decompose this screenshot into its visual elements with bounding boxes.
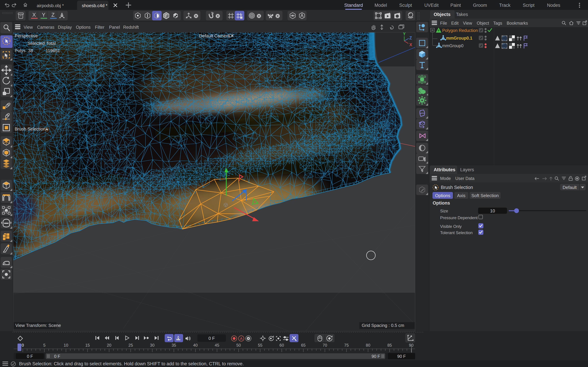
svg-text:A: A [240,336,243,341]
svg-text:A: A [177,335,179,338]
svg-text:Y: Y [403,32,406,36]
svg-text:X: X [409,42,412,47]
svg-text:Z: Z [409,35,412,40]
